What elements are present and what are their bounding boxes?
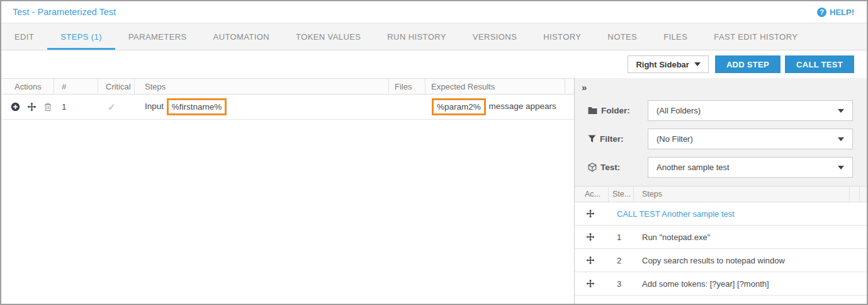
step-expected-cell[interactable]: %param2% message appears <box>426 95 574 119</box>
steps-table-header: Actions # Critical Steps Files Expected … <box>1 78 574 95</box>
test-select-value: Another sample test <box>657 163 730 172</box>
add-step-button[interactable]: ADD STEP <box>715 55 781 73</box>
filter-field: Filter: (No Filter) <box>582 129 853 149</box>
sidebar-step-text: Copy search results to notepad window <box>634 256 867 265</box>
column-header-step-truncated: Ste... <box>609 187 634 202</box>
tab-notes[interactable]: NOTES <box>594 23 650 50</box>
column-header-number: # <box>54 79 98 94</box>
folder-select[interactable]: (All Folders) <box>648 100 853 121</box>
app-window: Test - Parameterized Test ? HELP! EDIT S… <box>0 0 868 305</box>
move-handle-icon[interactable] <box>581 279 609 288</box>
folder-icon <box>588 106 597 115</box>
step-files-cell <box>389 95 426 119</box>
sidebar-steps-table: Ac... Ste... Steps CALL TEST Another sam… <box>575 186 867 304</box>
filter-label-group: Filter: <box>582 134 648 144</box>
tab-files[interactable]: FILES <box>650 23 701 50</box>
delete-trash-icon[interactable] <box>43 102 52 112</box>
column-header-spacer <box>565 79 574 94</box>
sidebar-step-number: 3 <box>609 279 634 289</box>
column-header-steps: Steps <box>634 187 850 202</box>
step-actions-cell <box>1 95 54 119</box>
step-number-cell: 1 <box>54 95 98 119</box>
column-header-files: Files <box>389 79 426 94</box>
chevron-down-icon <box>838 137 844 141</box>
test-label-group: Test: <box>582 163 648 172</box>
tab-token-values[interactable]: TOKEN VALUES <box>283 23 374 50</box>
move-handle-icon[interactable] <box>581 233 609 241</box>
folder-select-value: (All Folders) <box>657 106 701 115</box>
test-field: Test: Another sample test <box>582 157 853 178</box>
test-cube-icon <box>588 163 597 172</box>
critical-check-icon: ✓ <box>108 101 116 113</box>
tab-fast-edit-history[interactable]: FAST EDIT HISTORY <box>701 23 811 50</box>
folder-label-group: Folder: <box>582 106 648 115</box>
move-handle-icon[interactable] <box>27 102 37 112</box>
sidebar-step-text: Run "notepad.exe" <box>634 233 867 242</box>
step-text-prefix: Input <box>145 101 166 111</box>
filter-label: Filter: <box>600 134 624 144</box>
expected-text-suffix: message appears <box>487 101 556 111</box>
token-highlight-box: %param2% <box>432 98 486 115</box>
column-header-spacer <box>860 187 867 202</box>
tab-edit[interactable]: EDIT <box>1 23 47 50</box>
test-select[interactable]: Another sample test <box>648 157 853 178</box>
column-header-steps: Steps <box>135 79 389 94</box>
content-area: Actions # Critical Steps Files Expected … <box>1 78 867 304</box>
sidebar-step-row[interactable]: CALL TEST Another sample test <box>575 202 867 226</box>
sidebar-step-text: Add some tokens: [?year] [?month] <box>634 279 867 289</box>
column-header-actions: Actions <box>1 79 54 94</box>
help-question-icon: ? <box>817 8 826 17</box>
right-sidebar: » Folder: (All Folders) <box>574 78 867 304</box>
step-row[interactable]: 1 ✓ Input %firstname% %param2% message a… <box>1 95 574 120</box>
call-test-button[interactable]: CALL TEST <box>785 55 854 73</box>
sidebar-step-row[interactable]: 1 Run "notepad.exe" <box>575 226 867 249</box>
column-header-spacer <box>850 187 860 202</box>
step-text-cell[interactable]: Input %firstname% <box>135 95 389 119</box>
filter-icon <box>588 135 596 143</box>
tab-parameters[interactable]: PARAMETERS <box>115 23 200 50</box>
sidebar-step-row[interactable]: 2 Copy search results to notepad window <box>575 249 867 272</box>
column-header-expected-results: Expected Results <box>426 79 565 94</box>
page-title: Test - Parameterized Test <box>13 7 116 17</box>
collapse-sidebar-icon[interactable]: » <box>582 82 590 93</box>
right-sidebar-label: Right Sidebar <box>636 60 689 69</box>
tab-steps[interactable]: STEPS (1) <box>47 23 115 50</box>
steps-panel: Actions # Critical Steps Files Expected … <box>1 78 574 304</box>
tab-versions[interactable]: VERSIONS <box>459 23 530 50</box>
sidebar-table-header: Ac... Ste... Steps <box>575 186 867 202</box>
toolbar: Right Sidebar ADD STEP CALL TEST <box>1 50 867 78</box>
test-label: Test: <box>600 163 620 172</box>
filter-select[interactable]: (No Filter) <box>648 129 853 149</box>
column-header-actions-truncated: Ac... <box>581 187 609 202</box>
tab-automation[interactable]: AUTOMATION <box>200 23 283 50</box>
move-handle-icon[interactable] <box>581 256 609 265</box>
help-label: HELP! <box>830 8 854 17</box>
token-highlight-box: %firstname% <box>167 98 227 115</box>
filter-select-value: (No Filter) <box>657 134 693 144</box>
column-header-critical: Critical <box>98 79 135 94</box>
sidebar-step-number: 2 <box>609 256 634 265</box>
help-link[interactable]: ? HELP! <box>817 8 854 17</box>
sidebar-step-row[interactable]: 3 Add some tokens: [?year] [?month] <box>575 272 867 296</box>
folder-field: Folder: (All Folders) <box>582 100 853 121</box>
tab-bar: EDIT STEPS (1) PARAMETERS AUTOMATION TOK… <box>1 23 867 50</box>
sidebar-controls: » Folder: (All Folders) <box>575 78 867 186</box>
sidebar-step-number: 1 <box>609 233 634 242</box>
step-critical-cell[interactable]: ✓ <box>98 95 135 119</box>
right-sidebar-dropdown-button[interactable]: Right Sidebar <box>628 55 709 73</box>
tab-run-history[interactable]: RUN HISTORY <box>374 23 459 50</box>
chevron-down-icon <box>694 62 701 66</box>
add-circle-icon[interactable] <box>11 102 20 112</box>
title-bar: Test - Parameterized Test ? HELP! <box>1 1 867 23</box>
move-handle-icon[interactable] <box>581 209 609 218</box>
chevron-down-icon <box>838 109 844 113</box>
chevron-down-icon <box>838 166 844 170</box>
folder-label: Folder: <box>601 106 630 115</box>
tab-history[interactable]: HISTORY <box>530 23 594 50</box>
call-test-link[interactable]: CALL TEST Another sample test <box>609 209 867 219</box>
